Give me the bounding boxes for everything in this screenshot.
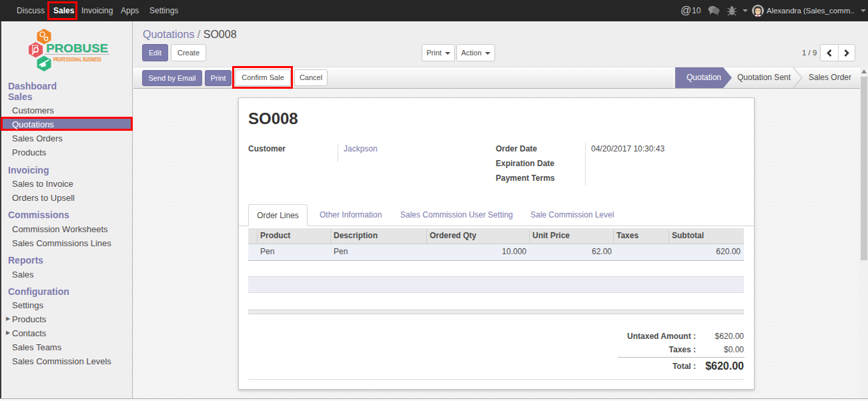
svg-text:PROBUSE: PROBUSE xyxy=(46,42,108,54)
svg-text:PROFESSIONAL BUSINESS: PROFESSIONAL BUSINESS xyxy=(53,56,101,63)
